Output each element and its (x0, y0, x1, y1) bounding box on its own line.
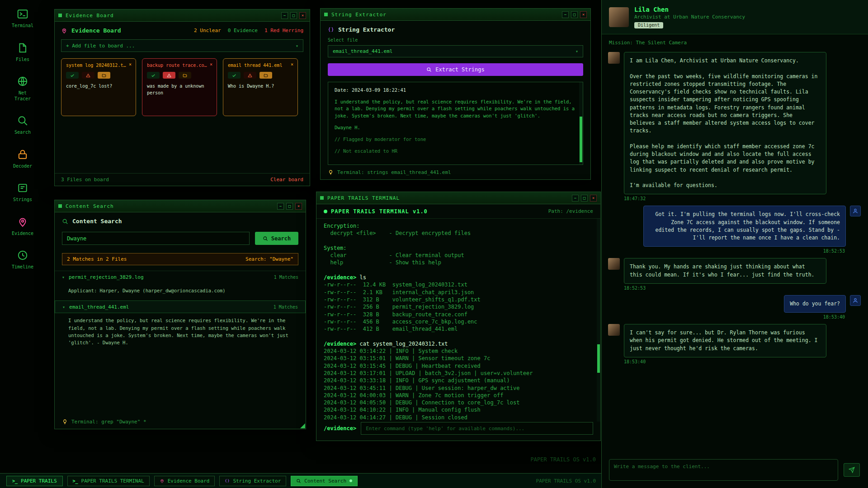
terminal-line: 2024-03-12 04:05:50 | DEBUG | Connection… (324, 399, 593, 406)
result-match-count: 1 Matches (274, 305, 298, 310)
scrollbar[interactable] (597, 219, 600, 422)
evidence-tag-button[interactable] (147, 72, 160, 79)
match-summary: 2 Matches in 2 Files (67, 256, 127, 262)
taskbar-tab-content-search[interactable]: Content Search (291, 476, 358, 486)
taskbar-tab-terminal[interactable]: >_ PAPER TRAILS TERMINAL (67, 476, 150, 486)
close-button[interactable]: × (590, 195, 597, 202)
client-message: I am Lila Chen, Archivist at Urban Natur… (608, 52, 861, 194)
evidence-board-footer: 3 Files on board Clear board (55, 173, 310, 186)
red-herring-tag-button[interactable] (244, 72, 256, 79)
page-title: String Extractor (338, 26, 395, 33)
minimize-button[interactable]: − (562, 11, 569, 18)
red-herring-count: 1 Red Herring (264, 28, 303, 33)
add-file-label: + Add file to board ... (66, 43, 135, 49)
red-herring-tag-button[interactable] (82, 72, 94, 79)
remove-card-button[interactable]: × (291, 62, 293, 67)
terminal-line: -rw-r--r-- 328 B backup_route_trace.conf (324, 311, 593, 318)
maximize-button[interactable]: □ (286, 203, 293, 210)
evidence-card[interactable]: email_thread_441.eml × Who is Dwayne H.? (223, 58, 298, 116)
result-match-count: 1 Matches (274, 275, 298, 280)
terminal-line: decrypt <file> - Decrypt encrypted files (324, 230, 593, 237)
minimize-button[interactable]: − (281, 12, 288, 19)
client-chat-panel: Lila Chen Archivist at Urban Nature Cons… (601, 0, 868, 488)
search-icon (17, 115, 28, 127)
terminal-hint: Terminal: strings email_thread_441.eml (321, 165, 590, 179)
close-button[interactable]: × (580, 11, 587, 18)
result-file-header[interactable]: ▾ permit_rejection_3829.log 1 Matches (55, 271, 306, 283)
message-timestamp: 18:53:40 (823, 314, 845, 319)
result-file-header[interactable]: ▾ email_thread_441.eml 1 Matches (55, 300, 306, 313)
close-button[interactable]: × (295, 203, 302, 210)
folder-icon (183, 73, 187, 78)
window-icon (324, 13, 328, 16)
send-message-button[interactable] (844, 463, 860, 477)
file-select[interactable]: email_thread_441.eml ▾ (328, 45, 583, 57)
evidence-card[interactable]: backup_route_trace.co… × was made by a u… (142, 58, 217, 116)
evidence-board-header: Evidence Board 2 Unclear 0 Evidence 1 Re… (55, 22, 310, 38)
search-icon (296, 479, 301, 483)
user-message: Got it. I'm pulling the terminal logs no… (643, 206, 861, 247)
unclear-tag-button[interactable] (179, 72, 191, 79)
terminal-line (324, 333, 593, 340)
chat-messages[interactable]: I am Lila Chen, Archivist at Urban Natur… (602, 48, 868, 454)
taskbar-tab-label: PAPER TRAILS TERMINAL (81, 478, 144, 484)
add-file-dropdown[interactable]: + Add file to board ... ▾ (61, 39, 303, 52)
sidebar-item-files[interactable]: Files (6, 42, 39, 63)
window-titlebar[interactable]: Content Search − □ × (55, 200, 306, 212)
extract-strings-label: Extract Strings (435, 66, 484, 73)
red-herring-tag-button[interactable] (163, 72, 175, 79)
evidence-count: 0 Evidence (228, 28, 258, 33)
terminal-line: clear - Clear terminal output (324, 252, 593, 259)
unclear-tag-button[interactable] (259, 72, 272, 79)
scrollbar[interactable] (579, 82, 583, 164)
resize-handle[interactable] (300, 423, 305, 428)
taskbar-tab-string-extractor[interactable]: String Extractor (219, 476, 286, 486)
sidebar-item-search[interactable]: Search (6, 115, 39, 136)
evidence-card[interactable]: system_log_20240312.t… × core_log_7c los… (61, 58, 136, 116)
maximize-button[interactable]: □ (290, 12, 297, 19)
start-button[interactable]: >_ PAPER TRAILS (6, 476, 63, 486)
evidence-tag-button[interactable] (66, 72, 79, 79)
chevron-down-icon: ▾ (62, 305, 65, 310)
terminal-command-input[interactable] (361, 422, 593, 435)
close-button[interactable]: × (299, 12, 306, 19)
scrollbar-thumb[interactable] (597, 344, 600, 373)
evidence-tag-button[interactable] (228, 72, 241, 79)
taskbar-tab-label: Content Search (304, 478, 346, 484)
window-titlebar[interactable]: PAPER TRAILS TERMINAL − □ × (316, 192, 600, 204)
unclear-tag-button[interactable] (98, 72, 110, 79)
os-watermark: PAPER TRAILS OS v1.0 (0, 456, 596, 463)
terminal-line: 2024-03-12 03:14:22 | INFO | System chec… (324, 347, 593, 355)
terminal-output[interactable]: Encryption: decrypt <file> - Decrypt enc… (316, 219, 600, 422)
extract-strings-button[interactable]: Extract Strings (328, 63, 583, 76)
chevron-down-icon: ▾ (296, 43, 298, 48)
scrollbar-thumb[interactable] (580, 117, 582, 162)
remove-card-button[interactable]: × (210, 62, 212, 67)
minimize-button[interactable]: − (277, 203, 284, 210)
maximize-button[interactable]: □ (571, 11, 578, 18)
clear-board-button[interactable]: Clear board (270, 177, 303, 183)
strings-output[interactable]: Date: 2024-03-09 18:22:41 I understand t… (328, 82, 583, 165)
taskbar-tab-evidence-board[interactable]: Evidence Board (154, 476, 215, 486)
sidebar-item-evidence[interactable]: Evidence (6, 216, 39, 237)
taskbar-tab-label: Evidence Board (168, 478, 210, 484)
chevron-down-icon: ▾ (62, 275, 65, 280)
sidebar-item-timeline[interactable]: Timeline (6, 249, 39, 270)
sidebar-item-terminal[interactable]: Terminal (6, 8, 39, 29)
card-note: core_log_7c lost? (66, 83, 131, 90)
sidebar-item-label: Decoder (13, 164, 32, 169)
minimize-button[interactable]: − (572, 195, 579, 202)
maximize-button[interactable]: □ (581, 195, 588, 202)
terminal-command: ls (359, 274, 366, 281)
chat-message-input[interactable] (609, 459, 838, 481)
string-extractor-header: String Extractor (321, 21, 590, 35)
window-titlebar[interactable]: String Extractor − □ × (321, 9, 590, 21)
remove-card-button[interactable]: × (129, 62, 132, 67)
sidebar-item-strings[interactable]: Strings (6, 182, 39, 203)
sidebar-item-net-tracer[interactable]: Net Tracer (6, 75, 39, 102)
window-titlebar[interactable]: Evidence Board − □ × (55, 9, 310, 22)
search-input[interactable] (62, 232, 250, 245)
search-button[interactable]: Search (255, 232, 298, 245)
sidebar-item-decoder[interactable]: Decoder (6, 149, 39, 169)
sidebar-item-label: Timeline (12, 264, 33, 270)
